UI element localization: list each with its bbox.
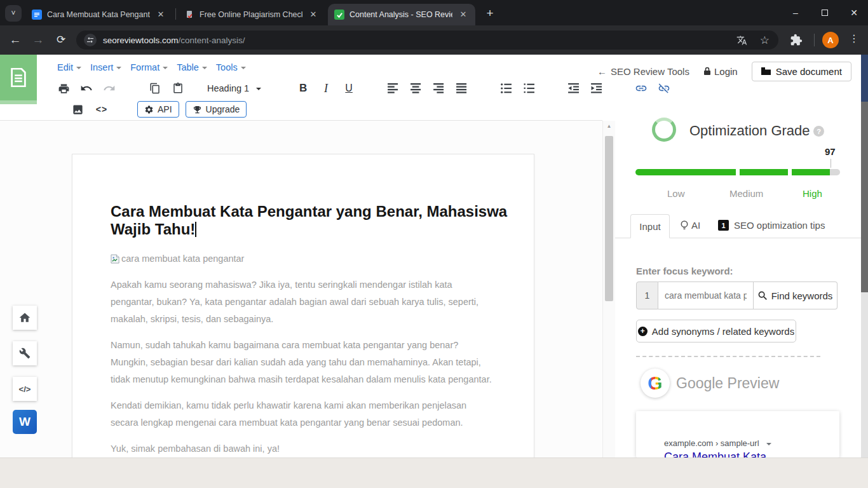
profile-avatar[interactable]: A [822, 32, 839, 48]
folder-icon [761, 67, 771, 75]
tab-1[interactable]: Cara Membuat Kata Pengantar ✕ [25, 4, 173, 25]
paragraph[interactable]: Namun, sudah tahukah kamu bagaimana cara… [111, 337, 492, 388]
undo-icon [80, 82, 93, 95]
menu-insert[interactable]: Insert [90, 62, 121, 72]
editor-scrollbar[interactable]: ▲ [602, 121, 615, 458]
login-link[interactable]: Login [703, 66, 738, 77]
window-close-button[interactable]: ✕ [840, 0, 868, 25]
menu-table[interactable]: Table [177, 62, 207, 72]
insert-link-button[interactable] [632, 80, 650, 97]
screen: ˅ Cara Membuat Kata Pengantar ✕ Free Onl… [0, 0, 868, 488]
grade-bar-high [792, 169, 830, 175]
tab-label: Input [639, 221, 660, 232]
outdent-button[interactable] [565, 80, 583, 97]
numbered-list-button[interactable] [520, 80, 538, 97]
justify-button[interactable] [453, 80, 471, 97]
seo-review-tools-link[interactable]: ←SEO Review Tools [597, 66, 689, 77]
align-right-button[interactable] [430, 80, 448, 97]
text-cursor [195, 222, 196, 237]
bookmark-star-icon[interactable]: ☆ [760, 34, 770, 47]
chevron-down-icon [241, 67, 246, 69]
windows-taskbar: 1 29°C Sebagian cerah Search T [0, 458, 868, 488]
indent-button[interactable] [588, 80, 606, 97]
paragraph-format-select[interactable]: Heading 1 [207, 83, 261, 93]
back-button[interactable]: ← [5, 33, 25, 47]
reload-button[interactable]: ⟳ [51, 33, 71, 46]
print-button[interactable] [55, 80, 72, 97]
align-left-button[interactable] [384, 80, 402, 97]
grade-bar-remainder [830, 169, 840, 175]
maximize-icon [822, 10, 828, 16]
tab-3-active[interactable]: Content Analysis - SEO Review Tools ✕ [328, 4, 475, 25]
app-logo[interactable] [0, 55, 37, 100]
logo-accent-strip [0, 100, 37, 104]
plus-circle-icon: + [638, 327, 648, 336]
document-title[interactable]: Cara Membuat Kata Pengantar yang Benar, … [111, 203, 517, 238]
preview-breadcrumb: example.com › sample-url [664, 438, 759, 448]
scroll-up-arrow-icon[interactable]: ▲ [603, 121, 615, 129]
upgrade-button[interactable]: Upgrade [186, 101, 247, 118]
broken-image-placeholder[interactable]: cara membuat kata pengantar [111, 254, 244, 264]
scrollbar-thumb[interactable] [605, 136, 613, 301]
page-scrollbar[interactable] [861, 55, 868, 458]
tab-seo-tips[interactable]: 1 SEO optimization tips [718, 220, 825, 231]
tab-label: SEO optimization tips [734, 220, 825, 231]
paragraph[interactable]: Apakah kamu seorang mahasiswa? Jika iya,… [111, 276, 492, 328]
chevron-down-icon [76, 67, 81, 69]
menu-format[interactable]: Format [130, 62, 168, 72]
align-center-button[interactable] [407, 80, 425, 97]
translate-icon[interactable] [736, 35, 747, 46]
tools-button[interactable] [13, 341, 37, 365]
extensions-icon[interactable] [790, 34, 803, 46]
editor-canvas[interactable]: Cara Membuat Kata Pengantar yang Benar, … [0, 121, 602, 458]
menu-label: Edit [57, 62, 73, 72]
document-page[interactable]: Cara Membuat Kata Pengantar yang Benar, … [72, 154, 534, 488]
paste-button[interactable] [169, 80, 187, 97]
forward-button[interactable]: → [28, 33, 48, 47]
help-icon[interactable]: ? [813, 126, 824, 137]
add-synonyms-button[interactable]: + Add synonyms / related keywords [636, 320, 796, 342]
source-code-button[interactable]: <> [93, 101, 111, 118]
tab-close-icon[interactable]: ✕ [155, 9, 166, 20]
focus-keyword-input[interactable] [658, 281, 754, 309]
underline-button[interactable]: U [340, 80, 358, 97]
remove-link-button[interactable] [655, 80, 673, 97]
insert-image-button[interactable] [69, 101, 86, 118]
bullet-list-button[interactable] [498, 80, 515, 97]
tab-search-button[interactable]: ˅ [5, 5, 22, 22]
window-maximize-button[interactable] [811, 0, 839, 25]
menu-edit[interactable]: Edit [57, 62, 81, 72]
browser-menu-icon[interactable]: ⋮ [849, 32, 859, 44]
italic-button[interactable]: I [317, 80, 335, 97]
paragraph[interactable]: Yuk, simak pembahasan di bawah ini, ya! [111, 440, 492, 458]
print-icon [58, 83, 70, 95]
tab-close-icon[interactable]: ✕ [458, 9, 469, 20]
menu-label: Table [177, 62, 199, 72]
code-view-button[interactable]: </> [13, 377, 37, 401]
address-bar[interactable]: seoreviewtools.com/content-analysis/ ☆ [76, 30, 778, 50]
new-tab-button[interactable]: + [482, 5, 498, 22]
menu-tools[interactable]: Tools [216, 62, 246, 72]
link-icon [635, 82, 648, 95]
redo-button[interactable] [100, 80, 118, 97]
tab-2[interactable]: Free Online Plagiarism Checker ✕ [178, 4, 325, 25]
google-preview-heading: Google Preview [676, 375, 779, 392]
tab-input[interactable]: Input [630, 214, 670, 238]
tab-ai[interactable]: AI [680, 220, 700, 231]
bold-button[interactable]: B [294, 80, 312, 97]
api-button[interactable]: API [137, 101, 179, 118]
copy-button[interactable] [146, 80, 164, 97]
scrollbar-thumb[interactable] [861, 102, 868, 292]
word-app-button[interactable]: W [13, 410, 37, 434]
paste-icon [172, 83, 184, 94]
paragraph[interactable]: Kendati demikian, kamu tidak perlu khawa… [111, 397, 492, 431]
save-document-button[interactable]: Save document [752, 62, 851, 81]
site-info-icon[interactable] [84, 34, 97, 46]
tab-close-icon[interactable]: ✕ [308, 9, 319, 20]
home-button[interactable] [13, 306, 37, 330]
button-label: Save document [776, 66, 842, 77]
window-minimize-button[interactable]: – [782, 0, 810, 25]
undo-button[interactable] [78, 80, 95, 97]
kebab-dots: ⋮ [849, 33, 859, 44]
find-keywords-button[interactable]: Find keywords [754, 281, 837, 309]
